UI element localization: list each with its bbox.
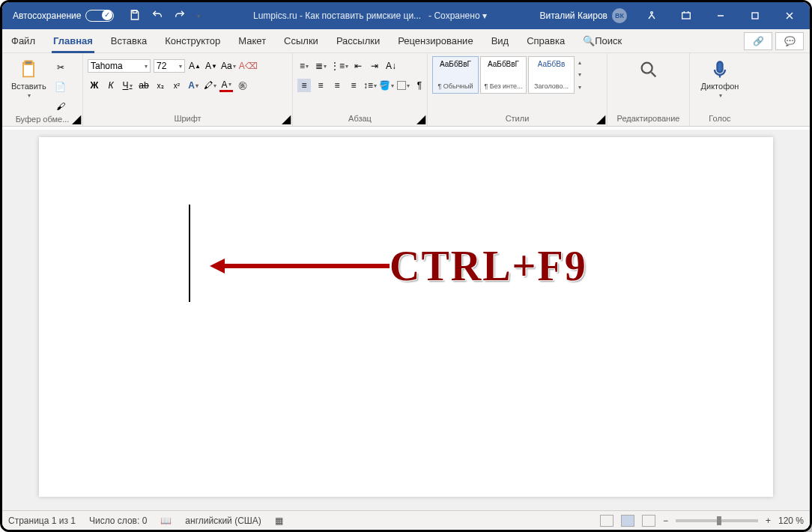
document-area[interactable]: CTRL+F9 [2, 130, 810, 510]
quick-access-toolbar: ▾ [121, 9, 207, 23]
app-window: Автосохранение ▾ Lumpics.ru - Как постав… [0, 0, 812, 532]
tab-review[interactable]: Рецензирование [389, 29, 482, 53]
options-icon[interactable] [634, 2, 669, 29]
svg-rect-4 [752, 13, 758, 19]
line-spacing-icon[interactable]: ↕≡▾ [363, 79, 377, 92]
shrink-font-icon[interactable]: A▼ [204, 59, 218, 73]
superscript-button[interactable]: x² [170, 79, 184, 92]
user-info[interactable]: Виталий Каиров ВК [532, 8, 634, 23]
font-size-select[interactable]: 72▾ [154, 59, 185, 73]
zoom-slider[interactable] [676, 519, 758, 522]
format-painter-icon[interactable]: 🖌 [54, 100, 67, 113]
cut-icon[interactable]: ✂ [54, 61, 67, 74]
read-mode-icon[interactable] [600, 515, 613, 527]
tab-home[interactable]: Главная [44, 29, 102, 53]
bold-button[interactable]: Ж [88, 79, 101, 92]
save-icon[interactable] [129, 9, 141, 23]
zoom-out-button[interactable]: − [663, 516, 668, 526]
group-styles: АаБбВвГ¶ Обычный АаБбВвГ¶ Без инте... Аа… [428, 53, 608, 126]
maximize-button[interactable] [738, 2, 772, 29]
sort-icon[interactable]: A↓ [384, 59, 398, 73]
increase-indent-icon[interactable]: ⇥ [368, 59, 381, 73]
print-layout-icon[interactable] [621, 515, 634, 527]
web-layout-icon[interactable] [642, 515, 655, 527]
redo-icon[interactable] [174, 9, 186, 23]
show-marks-icon[interactable]: ¶ [413, 79, 426, 92]
subscript-button[interactable]: x₂ [154, 79, 167, 92]
document-title: Lumpics.ru - Как поставить римские ци...… [207, 10, 532, 21]
zoom-level[interactable]: 120 % [778, 516, 804, 526]
style-heading1[interactable]: АаБбВвЗаголово... [528, 56, 575, 94]
borders-icon[interactable]: ▾ [396, 79, 410, 92]
bullets-icon[interactable]: ≡▾ [297, 59, 311, 73]
strike-button[interactable]: ab [137, 79, 151, 92]
find-button[interactable] [612, 56, 685, 83]
autosave-toggle[interactable]: Автосохранение [5, 10, 121, 22]
undo-icon[interactable] [151, 9, 163, 23]
page[interactable]: CTRL+F9 [39, 137, 773, 497]
grow-font-icon[interactable]: A▲ [188, 59, 202, 73]
ribbon: Вставить ▾ ✂ 📄 🖌 Буфер обме... ◢ Tahoma▾… [2, 53, 810, 127]
qat-more-icon[interactable]: ▾ [197, 13, 200, 19]
font-color-icon[interactable]: A▾ [219, 79, 233, 92]
zoom-in-button[interactable]: + [766, 516, 771, 526]
share-button[interactable]: 🔗 [744, 32, 772, 50]
change-case-icon[interactable]: Aa▾ [221, 59, 236, 73]
comments-button[interactable]: 💬 [775, 32, 804, 50]
tab-layout[interactable]: Макет [229, 29, 275, 53]
font-name-select[interactable]: Tahoma▾ [88, 59, 151, 73]
title-bar: Автосохранение ▾ Lumpics.ru - Как постав… [2, 2, 810, 29]
multilevel-icon[interactable]: ⋮≡▾ [330, 59, 348, 73]
shading-icon[interactable]: 🪣▾ [380, 79, 393, 92]
paste-button[interactable]: Вставить ▾ [7, 56, 51, 113]
styles-more-icon[interactable]: ▾ [578, 84, 581, 91]
enclose-icon[interactable]: ㊩ [236, 79, 249, 92]
clipboard-dialog-icon[interactable]: ◢ [72, 114, 81, 123]
underline-button[interactable]: Ч▾ [121, 79, 134, 92]
word-count[interactable]: Число слов: 0 [89, 516, 147, 526]
tab-search[interactable]: 🔍 Поиск [574, 29, 631, 53]
italic-button[interactable]: К [104, 79, 118, 92]
avatar: ВК [612, 8, 627, 23]
tab-mailings[interactable]: Рассылки [327, 29, 389, 53]
tab-file[interactable]: Файл [2, 29, 44, 53]
font-dialog-icon[interactable]: ◢ [282, 114, 291, 123]
autosave-label: Автосохранение [13, 10, 81, 21]
styles-down-icon[interactable]: ▾ [578, 71, 581, 78]
tab-help[interactable]: Справка [518, 29, 574, 53]
copy-icon[interactable]: 📄 [54, 80, 67, 94]
style-normal[interactable]: АаБбВвГ¶ Обычный [432, 56, 479, 94]
tab-view[interactable]: Вид [482, 29, 518, 53]
style-nospacing[interactable]: АаБбВвГ¶ Без инте... [480, 56, 527, 94]
tab-references[interactable]: Ссылки [275, 29, 327, 53]
ribbon-display-icon[interactable] [669, 2, 703, 29]
text-cursor [189, 205, 190, 302]
language-indicator[interactable]: английский (США) [185, 516, 261, 526]
align-right-icon[interactable]: ≡ [330, 79, 344, 92]
text-effects-icon[interactable]: A▾ [187, 79, 200, 92]
svg-rect-0 [133, 10, 137, 13]
align-left-icon[interactable]: ≡ [297, 79, 311, 92]
toggle-icon [85, 10, 114, 22]
decrease-indent-icon[interactable]: ⇤ [351, 59, 365, 73]
styles-up-icon[interactable]: ▴ [578, 59, 581, 66]
close-button[interactable] [772, 2, 807, 29]
justify-icon[interactable]: ≡ [347, 79, 360, 92]
group-editing: Редактирование [608, 53, 690, 126]
highlight-icon[interactable]: 🖍▾ [203, 79, 216, 92]
align-center-icon[interactable]: ≡ [314, 79, 327, 92]
styles-dialog-icon[interactable]: ◢ [596, 114, 605, 123]
spell-check-icon[interactable]: 📖 [160, 516, 172, 526]
minimize-button[interactable] [703, 2, 738, 29]
macro-icon[interactable]: ▦ [275, 516, 283, 526]
clear-format-icon[interactable]: A⌫ [239, 59, 258, 73]
para-dialog-icon[interactable]: ◢ [416, 114, 425, 123]
ribbon-tabs: Файл Главная Вставка Конструктор Макет С… [2, 29, 810, 53]
numbering-icon[interactable]: ≣▾ [314, 59, 327, 73]
page-indicator[interactable]: Страница 1 из 1 [8, 516, 76, 526]
tab-insert[interactable]: Вставка [102, 29, 156, 53]
status-bar: Страница 1 из 1 Число слов: 0 📖 английск… [2, 510, 810, 530]
tab-design[interactable]: Конструктор [156, 29, 229, 53]
dictate-button[interactable]: Диктофон▾ [694, 56, 745, 102]
svg-point-1 [651, 12, 653, 14]
